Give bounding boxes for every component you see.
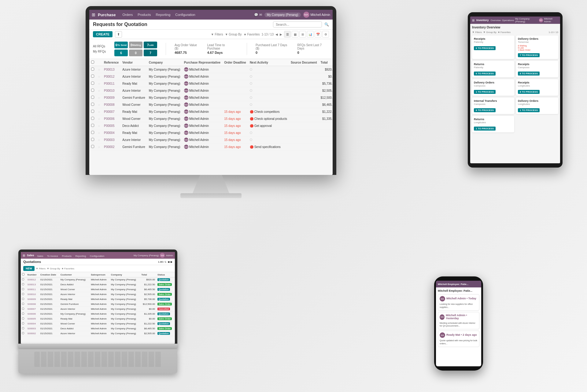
inv-process-btn[interactable]: 1 TO PROCESS bbox=[474, 127, 496, 131]
lt-col-num[interactable]: Number bbox=[26, 272, 39, 277]
list-item[interactable]: S00009 01/15/2021 Ready Mat Mitchell Adm… bbox=[21, 297, 175, 302]
table-row[interactable]: ☆ P00010 Azure Interior My Company (Pena… bbox=[89, 87, 333, 94]
row-checkbox[interactable] bbox=[89, 136, 96, 143]
row-checkbox[interactable] bbox=[89, 150, 96, 151]
list-item[interactable]: S00002 01/15/2021 Azure Interior Mitchel… bbox=[21, 331, 175, 336]
table-row[interactable]: ☆ P00012 Azure Interior My Company (Pena… bbox=[89, 73, 333, 80]
row-checkbox[interactable] bbox=[89, 129, 96, 136]
table-row[interactable]: ☆ P00009 Gemini Furniture My Company (Pe… bbox=[89, 94, 333, 101]
notification-icon[interactable]: 💬 ✉ bbox=[254, 13, 262, 17]
col-rep[interactable]: Purchase Representative bbox=[182, 59, 223, 66]
row-checkbox[interactable] bbox=[89, 73, 96, 80]
list-item[interactable]: S00008 01/15/2021 Gemini Furniture Mitch… bbox=[21, 302, 175, 307]
search-icon[interactable]: 🔍 bbox=[324, 22, 329, 27]
chart-view[interactable]: 📊 bbox=[307, 31, 314, 38]
list-item[interactable]: S00011 01/15/2021 Wood Corner Mitchell A… bbox=[21, 287, 175, 292]
col-company[interactable]: Company bbox=[147, 59, 182, 66]
list-item[interactable]: S00003 01/15/2021 Deco Addict Mitchell A… bbox=[21, 326, 175, 331]
inv-process-btn[interactable]: 8 TO PROCESS bbox=[518, 90, 540, 94]
row-star[interactable]: ☆ bbox=[96, 87, 102, 94]
nav-orders[interactable]: Orders bbox=[121, 12, 135, 17]
lt-col-date[interactable]: Creation Date bbox=[39, 272, 59, 277]
inv-process-btn[interactable]: 1 TO PROCESS bbox=[474, 90, 496, 94]
lt-col-total[interactable]: Total bbox=[140, 272, 156, 277]
row-star[interactable]: ☆ bbox=[96, 115, 102, 122]
laptop-favorites[interactable]: ★ Favorites bbox=[61, 267, 74, 270]
row-checkbox[interactable] bbox=[89, 101, 96, 108]
row-ref[interactable]: P00006 bbox=[102, 115, 120, 122]
kanban-view[interactable]: ▦ bbox=[292, 31, 298, 38]
table-row[interactable]: ☆ P00003 Azure Interior My Company (Pena… bbox=[89, 136, 333, 143]
inv-process-btn[interactable]: 6 TO PROCESS bbox=[474, 108, 496, 112]
tablet-nav-overview[interactable]: Overview bbox=[491, 19, 501, 22]
groupby-btn[interactable]: ▼ Group By bbox=[225, 33, 242, 36]
table-row[interactable]: ☆ P00001 Azure Interior My Company (Pena… bbox=[89, 150, 333, 151]
row-star[interactable]: ☆ bbox=[96, 80, 102, 87]
grid-icon[interactable]: ⊞ bbox=[92, 12, 95, 17]
list-item[interactable]: S00013 01/15/2021 Deco Addict Mitchell A… bbox=[21, 282, 175, 287]
next-page[interactable]: ▶ bbox=[280, 33, 282, 36]
tablet-groupby[interactable]: ▼ Group By bbox=[483, 31, 497, 34]
laptop-nav-invoice[interactable]: To Invoice bbox=[46, 254, 59, 258]
table-row[interactable]: ☆ P00005 Deco Addict My Company (Penang)… bbox=[89, 122, 333, 129]
favorites-btn[interactable]: ★ Favorites bbox=[244, 33, 260, 36]
table-row[interactable]: ☆ P00004 Ready Mat My Company (Penang) M… bbox=[89, 129, 333, 136]
list-item[interactable]: S00006 01/15/2021 My Company (Penang) Mi… bbox=[21, 312, 175, 316]
lt-col-sales[interactable]: Salesperson bbox=[90, 272, 110, 277]
table-row[interactable]: ☆ P00008 Wood Corner My Company (Penang)… bbox=[89, 101, 333, 108]
row-ref[interactable]: P00007 bbox=[102, 108, 120, 115]
table-row[interactable]: ☆ P00013 Azure Interior My Company (Pena… bbox=[89, 66, 333, 73]
row-checkbox[interactable] bbox=[89, 115, 96, 122]
row-ref[interactable]: P00001 bbox=[102, 150, 120, 151]
row-checkbox[interactable] bbox=[89, 66, 96, 73]
row-ref[interactable]: P00002 bbox=[102, 143, 120, 150]
inv-process-btn[interactable]: 7 TO PROCESS bbox=[518, 53, 540, 57]
row-ref[interactable]: P00008 bbox=[102, 101, 120, 108]
row-star[interactable]: ☆ bbox=[96, 129, 102, 136]
late-badge[interactable]: 7 Late bbox=[144, 42, 157, 48]
upload-button[interactable]: ⬆ bbox=[115, 31, 122, 38]
inv-process-btn[interactable]: 8 TO PROCESS bbox=[518, 72, 540, 76]
laptop-filter[interactable]: ▼ Filters bbox=[36, 267, 46, 270]
lt-col-company[interactable]: Company bbox=[110, 272, 140, 277]
row-ref[interactable]: P00009 bbox=[102, 94, 120, 101]
lt-col-customer[interactable]: Customer bbox=[59, 272, 90, 277]
settings-view[interactable]: ⚙ bbox=[322, 31, 329, 38]
company-badge[interactable]: My Company (Penang) bbox=[264, 13, 301, 17]
table-row[interactable]: ☆ P00002 Gemini Furniture My Company (Pe… bbox=[89, 143, 333, 150]
grid-view[interactable]: ⊞ bbox=[299, 31, 306, 38]
row-checkbox[interactable] bbox=[89, 80, 96, 87]
row-ref[interactable]: P00004 bbox=[102, 129, 120, 136]
row-ref[interactable]: P00012 bbox=[102, 73, 120, 80]
row-star[interactable]: ☆ bbox=[96, 101, 102, 108]
nav-reporting[interactable]: Reporting bbox=[154, 12, 172, 17]
list-item[interactable]: S00004 01/15/2021 Wood Corner Mitchell A… bbox=[21, 321, 175, 326]
row-ref[interactable]: P00011 bbox=[102, 80, 120, 87]
laptop-next[interactable]: ▶ bbox=[171, 261, 172, 263]
inv-process-btn[interactable]: 6 TO PROCESS bbox=[474, 72, 496, 76]
row-star[interactable]: ☆ bbox=[96, 150, 102, 151]
nav-configuration[interactable]: Configuration bbox=[173, 12, 197, 17]
tablet-filter[interactable]: ▼ Filters bbox=[472, 31, 482, 34]
row-star[interactable]: ☆ bbox=[96, 66, 102, 73]
row-ref[interactable]: P00005 bbox=[102, 122, 120, 129]
row-star[interactable]: ☆ bbox=[96, 73, 102, 80]
list-item[interactable]: S00012 01/15/2021 My Company (Penang) Mi… bbox=[21, 277, 175, 282]
col-source[interactable]: Source Document bbox=[289, 59, 319, 66]
laptop-create-button[interactable]: NEW bbox=[23, 266, 35, 271]
row-checkbox[interactable] bbox=[89, 108, 96, 115]
nav-products[interactable]: Products bbox=[136, 12, 153, 17]
my-to-send[interactable]: 6 bbox=[114, 50, 128, 56]
row-star[interactable]: ☆ bbox=[96, 94, 102, 101]
row-checkbox[interactable] bbox=[89, 94, 96, 101]
row-checkbox[interactable] bbox=[89, 122, 96, 129]
list-item[interactable]: S00007 01/15/2021 Azure Interior Mitchel… bbox=[21, 307, 175, 312]
to-send-badge[interactable]: 6 To Send bbox=[114, 42, 128, 48]
row-checkbox[interactable] bbox=[89, 87, 96, 94]
list-item[interactable]: S00010 01/15/2021 Azure Interior Mitchel… bbox=[21, 292, 175, 297]
laptop-nav-reporting[interactable]: Reporting bbox=[74, 254, 87, 258]
laptop-nav-config[interactable]: Configuration bbox=[89, 254, 106, 258]
row-ref[interactable]: P00003 bbox=[102, 136, 120, 143]
col-reference[interactable]: Reference bbox=[102, 59, 120, 66]
filter-btn[interactable]: ▼ Filters bbox=[211, 33, 223, 36]
